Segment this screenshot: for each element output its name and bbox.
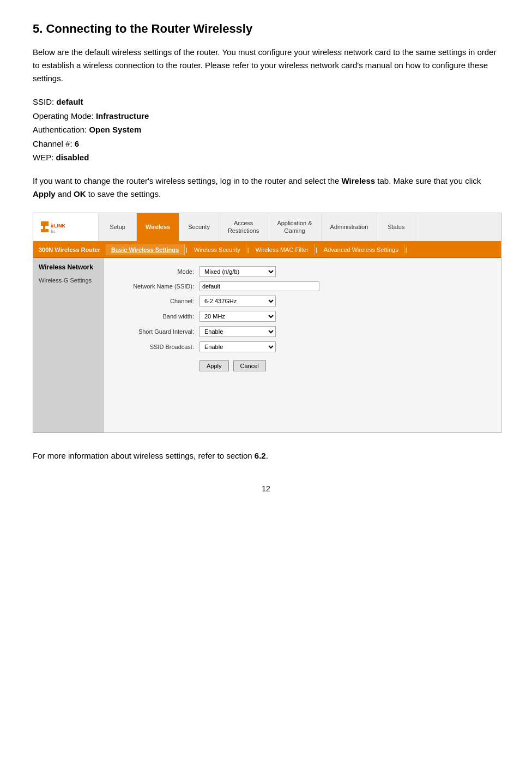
- guard-select[interactable]: Enable: [200, 326, 276, 337]
- guard-label: Short Guard Interval:: [112, 328, 200, 335]
- nav-tabs: Setup Wireless Security AccessRestrictio…: [99, 213, 501, 241]
- sidebar-item-wireless-g[interactable]: Wireless-G Settings: [39, 275, 99, 285]
- form-row-channel: Channel: 6-2.437GHz: [112, 296, 493, 306]
- settings-list: SSID: default Operating Mode: Infrastruc…: [33, 95, 499, 165]
- svg-text:101: 101: [51, 230, 56, 233]
- ok-reference: OK: [74, 189, 86, 198]
- bandwidth-select[interactable]: 20 MHz: [200, 311, 276, 322]
- sub-tab-wireless-mac[interactable]: Wireless MAC Filter: [250, 244, 315, 255]
- nav-tab-administration[interactable]: Administration: [322, 213, 378, 241]
- intro-paragraph: Below are the default wireless settings …: [33, 46, 499, 85]
- sub-tab-wireless-security[interactable]: Wireless Security: [189, 244, 246, 255]
- wireless-tab-reference: Wireless: [342, 176, 376, 185]
- router-content: Wireless Network Wireless-G Settings Mod…: [33, 258, 501, 432]
- apply-reference: Apply: [33, 189, 56, 198]
- wep-label: WEP:: [33, 153, 53, 162]
- footer-end: .: [266, 451, 268, 460]
- ssid-value: default: [56, 97, 83, 106]
- ssid-form-label: Network Name (SSID):: [112, 283, 200, 290]
- mode-select[interactable]: Mixed (n/g/b): [200, 266, 276, 277]
- nav-tab-security[interactable]: Security: [179, 213, 219, 241]
- sidebar-title: Wireless Network: [39, 263, 99, 271]
- sub-tab-advanced-wireless[interactable]: Advanced Wireless Settings: [318, 244, 404, 255]
- nav-tab-status[interactable]: Status: [377, 213, 415, 241]
- ssid-label: SSID:: [33, 97, 54, 106]
- channel-value: 6: [75, 139, 79, 148]
- router-sidebar: Wireless Network Wireless-G Settings: [33, 258, 104, 432]
- footer-text-main: For more information about wireless sett…: [33, 451, 252, 460]
- footer-section-ref: 6.2: [255, 451, 266, 460]
- channel-select[interactable]: 6-2.437GHz: [200, 296, 276, 306]
- apply-button[interactable]: Apply: [200, 360, 229, 371]
- form-row-ssid: Network Name (SSID):: [112, 281, 493, 291]
- authentication-label: Authentication:: [33, 125, 87, 134]
- instruction-paragraph: If you want to change the router's wirel…: [33, 175, 499, 201]
- guard-control: Enable: [200, 326, 276, 337]
- form-buttons: Apply Cancel: [112, 360, 493, 371]
- router-form-area: Mode: Mixed (n/g/b) Network Name (SSID):…: [104, 258, 501, 432]
- ssid-control: [200, 281, 319, 291]
- channel-form-label: Channel:: [112, 298, 200, 304]
- cancel-button[interactable]: Cancel: [233, 360, 266, 371]
- svg-text:irLINK: irLINK: [51, 223, 66, 228]
- router-topnav: irLINK ® 101 Setup Wireless Security Acc…: [33, 213, 501, 242]
- logo-area: irLINK ® 101: [33, 213, 99, 241]
- ssid-broadcast-control: Enable: [200, 341, 276, 352]
- channel-label: Channel #:: [33, 139, 72, 148]
- instruction-text-3: and: [58, 189, 71, 198]
- ssid-input[interactable]: [200, 281, 319, 291]
- wep-value: disabled: [56, 153, 89, 162]
- authentication-value: Open System: [89, 125, 141, 134]
- form-row-mode: Mode: Mixed (n/g/b): [112, 266, 493, 277]
- form-row-bandwidth: Band width: 20 MHz: [112, 311, 493, 322]
- mode-control: Mixed (n/g/b): [200, 266, 276, 277]
- router-screenshot: irLINK ® 101 Setup Wireless Security Acc…: [33, 213, 501, 433]
- ssid-broadcast-select[interactable]: Enable: [200, 341, 276, 352]
- bandwidth-control: 20 MHz: [200, 311, 276, 322]
- router-subnav: 300N Wireless Router Basic Wireless Sett…: [33, 242, 501, 258]
- page-number: 12: [33, 484, 499, 493]
- ssid-broadcast-label: SSID Broadcast:: [112, 344, 200, 350]
- nav-tab-wireless[interactable]: Wireless: [137, 213, 179, 241]
- nav-tab-setup[interactable]: Setup: [99, 213, 137, 241]
- sub-tab-basic-wireless[interactable]: Basic Wireless Settings: [106, 244, 185, 255]
- instruction-text-1: If you want to change the router's wirel…: [33, 176, 339, 185]
- nav-tab-application-gaming[interactable]: Application &Gaming: [268, 213, 321, 241]
- device-label: 300N Wireless Router: [33, 244, 106, 255]
- mode-label: Mode:: [112, 268, 200, 275]
- footer-paragraph: For more information about wireless sett…: [33, 449, 499, 462]
- nav-tab-access-restrictions[interactable]: AccessRestrictions: [219, 213, 268, 241]
- channel-control: 6-2.437GHz: [200, 296, 276, 306]
- bandwidth-label: Band width:: [112, 313, 200, 320]
- operating-mode-label: Operating Mode:: [33, 111, 94, 121]
- svg-marker-0: [41, 221, 49, 232]
- sub-tabs: Basic Wireless Settings | Wireless Secur…: [106, 244, 501, 255]
- form-row-ssid-broadcast: SSID Broadcast: Enable: [112, 341, 493, 352]
- page-title: 5. Connecting to the Router Wirelessly: [33, 22, 499, 36]
- instruction-text-2: tab. Make sure that you click: [377, 176, 481, 185]
- form-row-guard: Short Guard Interval: Enable: [112, 326, 493, 337]
- instruction-text-4: to save the settings.: [88, 189, 161, 198]
- operating-mode-value: Infrastructure: [96, 111, 149, 121]
- airlink-logo: irLINK ® 101: [40, 218, 83, 237]
